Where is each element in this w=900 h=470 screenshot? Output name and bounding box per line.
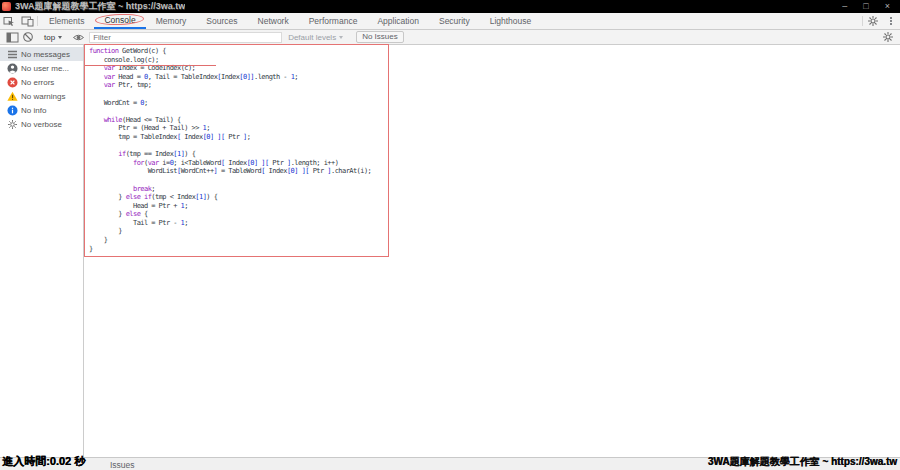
close-button[interactable]: ×: [885, 2, 890, 11]
load-time-annotation: 進入時間:0.02 秒: [2, 454, 85, 469]
sidebar-filter-no-messages[interactable]: No messages: [0, 47, 83, 61]
tab-console[interactable]: Console: [94, 13, 145, 29]
console-toolbar: top Default levels No Issues: [0, 30, 900, 45]
maximize-button[interactable]: □: [863, 2, 868, 11]
code-line: for(var i=0; i<TableWord[ Index[0] ][ Pt…: [89, 159, 386, 168]
code-line: var Ptr, tmp;: [89, 81, 386, 90]
code-line: tmp = TableIndex[ Index[0] ][ Ptr ];: [89, 133, 386, 142]
chevron-down-icon: [339, 36, 343, 39]
info-icon: [7, 105, 18, 116]
tab-label: Performance: [309, 16, 358, 26]
devtools-tabbar: ElementsConsoleMemorySourcesNetworkPerfo…: [0, 13, 900, 30]
console-sidebar-toggle-icon[interactable]: [4, 32, 20, 43]
tab-label: Console: [104, 15, 135, 25]
console-filter-input[interactable]: [89, 32, 282, 43]
error-icon: [7, 77, 18, 88]
sidebar-filter-label: No info: [21, 106, 46, 115]
tab-label: Security: [439, 16, 470, 26]
minimize-button[interactable]: –: [842, 2, 847, 11]
window-title: 3WA題庫解題教學工作室 ~ https://3wa.tw: [15, 0, 185, 13]
sidebar-filter-label: No errors: [21, 78, 54, 87]
sidebar-filter-no-errors[interactable]: No errors: [0, 75, 83, 89]
log-levels-dropdown[interactable]: Default levels: [282, 33, 349, 42]
code-line: WordCnt = 0;: [89, 99, 386, 108]
tab-label: Elements: [49, 16, 84, 26]
tab-memory[interactable]: Memory: [146, 13, 197, 29]
tab-label: Network: [258, 16, 289, 26]
kebab-menu-icon[interactable]: [882, 13, 900, 29]
code-line: console.log(c);: [89, 56, 386, 65]
sidebar-filter-label: No user me...: [21, 64, 69, 73]
warning-icon: [7, 91, 18, 102]
tab-sources[interactable]: Sources: [196, 13, 247, 29]
window-titlebar: 3WA題庫解題教學工作室 ~ https://3wa.tw – □ ×: [0, 0, 900, 13]
code-line: while(Head <= Tail) {: [89, 116, 386, 125]
divider: [37, 16, 38, 26]
issues-counter-button[interactable]: No Issues: [356, 31, 404, 43]
code-line: [89, 107, 386, 116]
tab-label: Memory: [156, 16, 187, 26]
code-line: var Head = 0, Tail = TableIndex[Index[0]…: [89, 73, 386, 82]
sidebar-filter-label: No warnings: [21, 92, 65, 101]
devtools-window: 3WA題庫解題教學工作室 ~ https://3wa.tw – □ × Elem…: [0, 0, 900, 470]
code-line: }: [89, 245, 386, 254]
code-line: } else if(tmp < Index[1]) {: [89, 193, 386, 202]
javascript-context-selector[interactable]: top: [39, 33, 67, 42]
console-log-annotation-underline: [85, 65, 216, 66]
code-line: [89, 142, 386, 151]
tab-label: Lighthouse: [490, 16, 532, 26]
code-line: Ptr = (Head + Tail) >> 1;: [89, 124, 386, 133]
code-line: WordList[WordCnt++] = TableWord[ Index[0…: [89, 167, 386, 176]
site-favicon-icon: [2, 2, 11, 11]
user-icon: [7, 63, 18, 74]
sidebar-filter-no-warnings[interactable]: No warnings: [0, 89, 83, 103]
tab-lighthouse[interactable]: Lighthouse: [480, 13, 542, 29]
tab-performance[interactable]: Performance: [299, 13, 368, 29]
tab-security[interactable]: Security: [429, 13, 480, 29]
window-controls: – □ ×: [842, 2, 896, 11]
bottom-bar: 進入時間:0.02 秒 Issues 3WA題庫解題教學工作室 ~ https:…: [0, 457, 900, 470]
live-expression-eye-icon[interactable]: [70, 32, 86, 43]
divider: [862, 16, 863, 26]
device-toolbar-icon[interactable]: [18, 13, 36, 29]
code-line: if(tmp == Index[1]) {: [89, 150, 386, 159]
code-line: Head = Ptr + 1;: [89, 202, 386, 211]
settings-gear-icon[interactable]: [864, 13, 882, 29]
console-messages-area[interactable]: function GetWord(c) { console.log(c); va…: [84, 45, 900, 457]
code-line: }: [89, 236, 386, 245]
code-line: Tail = Ptr - 1;: [89, 219, 386, 228]
sidebar-filter-no-verbose[interactable]: No verbose: [0, 117, 83, 131]
devtools-tabs: ElementsConsoleMemorySourcesNetworkPerfo…: [39, 13, 541, 29]
code-line: [89, 176, 386, 185]
code-line: [89, 90, 386, 99]
taskbar-window-title: 3WA題庫解題教學工作室 ~ https://3wa.tw: [708, 455, 897, 469]
console-settings-gear-icon[interactable]: [880, 31, 896, 43]
tab-application[interactable]: Application: [367, 13, 429, 29]
console-content: No messagesNo user me...No errorsNo warn…: [0, 45, 900, 457]
sidebar-filter-no-user-me[interactable]: No user me...: [0, 61, 83, 75]
sidebar-filter-no-info[interactable]: No info: [0, 103, 83, 117]
tab-elements[interactable]: Elements: [39, 13, 94, 29]
verbose-icon: [7, 119, 18, 130]
list-icon: [7, 49, 18, 60]
console-sidebar: No messagesNo user me...No errorsNo warn…: [0, 45, 84, 457]
tab-label: Application: [377, 16, 419, 26]
tab-label: Sources: [206, 16, 237, 26]
code-annotation-box: function GetWord(c) { console.log(c); va…: [84, 44, 389, 257]
code-line: } else {: [89, 210, 386, 219]
console-input-code[interactable]: function GetWord(c) { console.log(c); va…: [85, 45, 388, 253]
tab-network[interactable]: Network: [248, 13, 299, 29]
code-line: }: [89, 227, 386, 236]
inspect-element-icon[interactable]: [0, 13, 18, 29]
issues-label[interactable]: Issues: [110, 460, 135, 470]
sidebar-filter-label: No messages: [21, 50, 70, 59]
code-line: break;: [89, 185, 386, 194]
clear-console-icon[interactable]: [20, 31, 36, 43]
sidebar-filter-label: No verbose: [21, 120, 62, 129]
code-line: function GetWord(c) {: [89, 47, 386, 56]
chevron-down-icon: [58, 36, 62, 39]
